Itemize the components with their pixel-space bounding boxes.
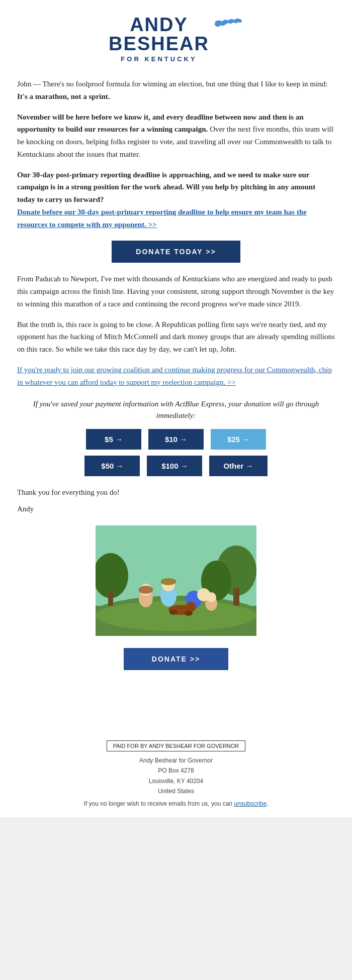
footer-donate-button[interactable]: DONATE >>	[124, 648, 228, 670]
footer-donate-container: DONATE >>	[17, 648, 335, 670]
donate-10-button[interactable]: $10 →	[148, 429, 204, 450]
coalition-link[interactable]: If you're ready to join our growing coal…	[17, 366, 332, 386]
actblue-text: If you've saved your payment information…	[17, 398, 335, 421]
footer-unsubscribe: If you no longer wish to receive emails …	[10, 800, 342, 807]
donation-row-2: $50 → $100 → Other →	[17, 456, 335, 476]
email-footer: PAID FOR BY ANDY BESHEAR FOR GOVERNOR An…	[0, 735, 352, 818]
donate-other-button[interactable]: Other →	[209, 456, 267, 476]
svg-point-20	[186, 602, 196, 612]
donation-row-1: $5 → $10 → $25 →	[17, 429, 335, 450]
paragraph-3: From Paducah to Newport, I've met with t…	[17, 273, 335, 310]
spacer	[17, 685, 335, 725]
donate-25-button[interactable]: $25 →	[211, 429, 266, 450]
thank-you-text: Thank you for everything you do!	[17, 486, 335, 499]
footer-address: Andy Beshear for Governor PO Box 4278 Lo…	[10, 755, 342, 797]
unsubscribe-end: .	[267, 800, 268, 807]
paragraph-4: But the truth is, this race is going to …	[17, 318, 335, 356]
svg-rect-6	[233, 588, 239, 606]
paragraph-link2: If you're ready to join our growing coal…	[17, 364, 335, 389]
para2-bold: Our 30-day post-primary reporting deadli…	[17, 171, 315, 204]
unsubscribe-link[interactable]: unsubscribe	[234, 800, 267, 807]
unsubscribe-text: If you no longer wish to receive emails …	[84, 800, 234, 807]
logo-beshear: BESHEAR	[109, 34, 209, 53]
para2-link[interactable]: Donate before our 30-day post-primary re…	[17, 208, 307, 229]
footer-city-state: Louisville, KY 40204	[149, 778, 204, 785]
svg-point-11	[139, 586, 153, 594]
greeting-paragraph: John — There's no foolproof formula for …	[17, 78, 335, 103]
svg-point-22	[185, 611, 193, 616]
logo-andy: ANDY	[109, 15, 209, 34]
greeting-text: John — There's no foolproof formula for …	[17, 80, 327, 88]
logo-for-kentucky: FOR KENTUCKY	[109, 55, 209, 63]
email-container: ANDY BESHEAR FOR KENTUCKY John — There's…	[0, 0, 352, 817]
paid-for-text: PAID FOR BY ANDY BESHEAR FOR GOVERNOR	[107, 740, 246, 751]
family-photo	[96, 525, 256, 636]
paragraph-2: Our 30-day post-primary reporting deadli…	[17, 169, 335, 231]
donate-5-button[interactable]: $5 →	[86, 429, 141, 450]
paragraph-1: November will be here before we know it,…	[17, 111, 335, 161]
paid-for-box: PAID FOR BY ANDY BESHEAR FOR GOVERNOR	[10, 740, 342, 755]
footer-country: United States	[158, 788, 194, 795]
footer-org-name: Andy Beshear for Governor	[139, 757, 213, 764]
header: ANDY BESHEAR FOR KENTUCKY	[0, 0, 352, 73]
svg-point-14	[161, 578, 176, 585]
email-content: John — There's no foolproof formula for …	[0, 73, 352, 735]
signature-text: Andy	[17, 503, 335, 515]
donate-50-button[interactable]: $50 →	[84, 456, 140, 476]
donate-100-button[interactable]: $100 →	[147, 456, 202, 476]
family-image-container	[17, 525, 335, 638]
svg-point-21	[169, 610, 178, 615]
kentucky-silhouette-icon	[213, 15, 243, 34]
svg-rect-4	[108, 591, 113, 606]
donate-today-button[interactable]: DONATE TODAY >>	[112, 241, 240, 263]
svg-point-18	[206, 592, 216, 602]
donate-today-container: DONATE TODAY >>	[17, 241, 335, 263]
footer-po-box: PO Box 4278	[158, 767, 194, 774]
greeting-bold: It's a marathon, not a sprint.	[17, 92, 110, 100]
donation-buttons-container: $5 → $10 → $25 → $50 → $100 → Other →	[17, 429, 335, 476]
